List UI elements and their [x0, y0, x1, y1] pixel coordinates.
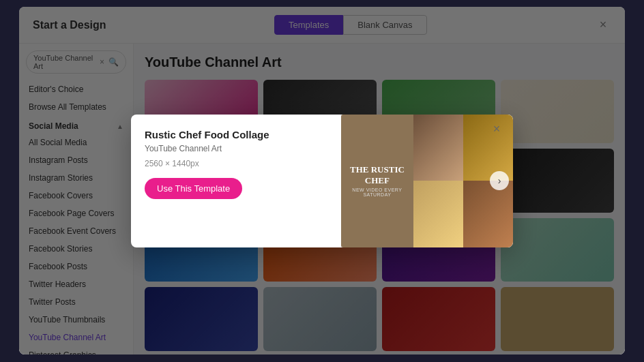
chef-subtitle: NEW VIDEO EVERY SATURDAY [347, 187, 408, 197]
modal-preview-image: The Rustic Chef NEW VIDEO EVERY SATURDAY [341, 115, 513, 247]
chef-image-1 [413, 115, 463, 181]
chef-title: The Rustic Chef [347, 164, 408, 185]
modal-info-panel: Rustic Chef Food Collage YouTube Channel… [131, 115, 341, 247]
modal-overlay: × Rustic Chef Food Collage YouTube Chann… [19, 7, 625, 355]
template-modal: × Rustic Chef Food Collage YouTube Chann… [131, 115, 513, 247]
main-dialog: Start a Design Templates Blank Canvas × … [19, 7, 625, 355]
modal-close-button[interactable]: × [488, 121, 505, 138]
modal-preview-container: ‹ The Rustic Chef NEW VIDEO EVERY SATURD… [341, 115, 513, 247]
chef-image-4 [463, 181, 513, 247]
use-template-button[interactable]: Use This Template [145, 178, 242, 199]
chef-preview: The Rustic Chef NEW VIDEO EVERY SATURDAY [341, 115, 513, 247]
modal-preview-area: ‹ The Rustic Chef NEW VIDEO EVERY SATURD… [341, 115, 513, 247]
modal-next-button[interactable]: › [490, 171, 509, 190]
modal-template-subtitle: YouTube Channel Art [145, 144, 327, 153]
modal-template-title: Rustic Chef Food Collage [145, 128, 327, 142]
modal-dimensions: 2560 × 1440px [145, 159, 327, 168]
modal-body: Rustic Chef Food Collage YouTube Channel… [131, 115, 513, 247]
chef-left-panel: The Rustic Chef NEW VIDEO EVERY SATURDAY [341, 115, 413, 247]
chef-image-3 [413, 181, 463, 247]
chef-overlay-text: The Rustic Chef NEW VIDEO EVERY SATURDAY [347, 164, 408, 197]
